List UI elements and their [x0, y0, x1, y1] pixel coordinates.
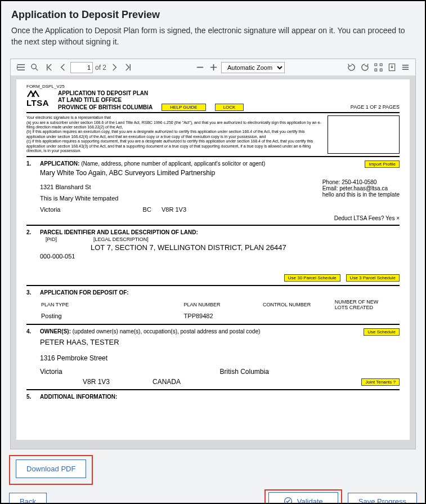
prev-page-icon[interactable] — [57, 62, 68, 73]
section-4-hint: (updated owner(s) name(s), occupation(s)… — [73, 328, 261, 334]
ltsa-logo: LTSA — [26, 90, 53, 108]
pid-value: 000-000-051 — [40, 253, 400, 260]
rotate-ccw-icon[interactable] — [359, 62, 370, 73]
tools-menu-icon[interactable] — [400, 62, 411, 73]
search-icon[interactable] — [29, 62, 40, 73]
section-5-num: 5. — [26, 394, 35, 400]
form-id: FORM_DSPL_V25 — [26, 84, 400, 89]
lock-button[interactable]: LOCK — [215, 104, 244, 111]
presentation-icon[interactable] — [373, 62, 384, 73]
applicant-addr2: This is Mary White tempated — [40, 195, 322, 202]
use-schedule-button[interactable]: Use Schedule — [364, 328, 400, 336]
applicant-phone: Phone: 250-410-0580 — [322, 179, 400, 185]
zoom-select[interactable]: Automatic Zoom — [221, 62, 285, 73]
applicant-addr1: 1321 Blanshard St — [40, 184, 322, 190]
owner-city: Victoria — [40, 368, 220, 376]
pdf-page: FORM_DSPL_V25 LTSA APPLICATION TO DEPOSI… — [16, 79, 410, 440]
last-page-icon[interactable] — [122, 62, 133, 73]
section-3-label: APPLICATION FOR DEPOSIT OF: — [40, 289, 129, 296]
joint-tenants-button[interactable]: Joint Tenants ? — [361, 378, 400, 386]
use-3-parcel-button[interactable]: Use 3 Parcel Schedule — [346, 274, 400, 282]
page-total-label: of 2 — [95, 64, 106, 72]
signature-disclaimer: Your electronic signature is a represent… — [26, 115, 322, 154]
owner-prov: British Columbia — [220, 368, 400, 376]
legal-header: [LEGAL DESCRIPTION] — [93, 237, 149, 242]
section-2-num: 2. — [26, 229, 35, 235]
pid-header: [PID] — [40, 237, 62, 242]
section-4-num: 4. — [26, 328, 35, 334]
help-guide-button[interactable]: HELP GUIDE — [162, 104, 205, 111]
page-subtitle: Once the Application to Deposit Plan for… — [11, 25, 415, 47]
plan-type: Posting — [41, 311, 183, 319]
legal-description: LOT 7, SECTION 7, WELLINGTON DISTRICT, P… — [91, 243, 400, 252]
applicant-email: Email: peter.haas@ltsa.ca — [322, 185, 400, 191]
svg-point-2 — [284, 498, 292, 504]
zoom-out-icon[interactable] — [194, 62, 205, 73]
svg-point-0 — [31, 64, 35, 69]
section-4-label: OWNER(S): — [40, 328, 71, 334]
owner-postal: V8R 1V3 — [40, 378, 153, 386]
import-profile-button[interactable]: Import Profile — [365, 160, 400, 168]
deposit-table: PLAN TYPE PLAN NUMBER CONTROL NUMBER NUM… — [40, 298, 400, 320]
applicant-postal: V8R 1V3 — [162, 206, 186, 213]
page-indicator: PAGE 1 OF 2 PAGES — [351, 104, 400, 111]
owner-country: CANADA — [153, 378, 361, 386]
back-button[interactable]: Back — [9, 493, 47, 505]
download-highlight: Download PDF — [9, 455, 93, 485]
applicant-note: hello and this is in the template — [322, 191, 400, 198]
section-1-label: APPLICATION: — [40, 160, 79, 167]
use-30-parcel-button[interactable]: Use 30 Parcel Schedule — [284, 274, 340, 282]
signature-box — [328, 115, 400, 154]
deduct-fees: Deduct LTSA Fees? Yes × — [40, 215, 400, 221]
applicant-city: Victoria — [40, 206, 60, 213]
first-page-icon[interactable] — [43, 62, 55, 73]
toggle-sidebar-icon[interactable] — [15, 62, 26, 73]
check-circle-icon — [284, 497, 293, 504]
section-1-num: 1. — [26, 160, 35, 167]
save-progress-button[interactable]: Save Progress — [348, 493, 417, 505]
applicant-prov: BC — [143, 206, 151, 213]
section-2-label: PARCEL IDENTIFIER AND LEGAL DESCRIPTION … — [40, 229, 198, 235]
section-1-hint: (Name, address, phone number of applican… — [81, 160, 265, 167]
download-pdf-button[interactable]: Download PDF — [16, 460, 86, 478]
section-3-num: 3. — [26, 289, 35, 296]
download-icon[interactable] — [386, 62, 397, 73]
validate-highlight: Validate — [264, 489, 342, 504]
next-page-icon[interactable] — [109, 62, 120, 73]
page-number-input[interactable] — [70, 62, 93, 73]
owner-address: 1316 Pembroke Street — [40, 354, 400, 362]
form-title: APPLICATION TO DEPOSIT PLAN AT LAND TITL… — [58, 90, 351, 111]
zoom-in-icon[interactable] — [208, 62, 219, 73]
pdf-viewer: of 2 Automatic Zoom FORM_DSPL_V25 — [10, 59, 416, 449]
rotate-cw-icon[interactable] — [346, 62, 357, 73]
section-5-label: ADDITIONAL INFORMATION: — [40, 394, 117, 400]
applicant-name: Mary White Too Again, ABC Surveyors Limi… — [40, 169, 400, 177]
plan-number: TPP89482 — [184, 311, 262, 319]
validate-button[interactable]: Validate — [268, 492, 338, 504]
pdf-scroll-area[interactable]: FORM_DSPL_V25 LTSA APPLICATION TO DEPOSI… — [11, 76, 415, 449]
owner-name: PETER HAAS, TESTER — [40, 338, 400, 346]
page-title: Application to Deposit Preview — [11, 9, 415, 21]
pdf-toolbar: of 2 Automatic Zoom — [11, 59, 415, 76]
